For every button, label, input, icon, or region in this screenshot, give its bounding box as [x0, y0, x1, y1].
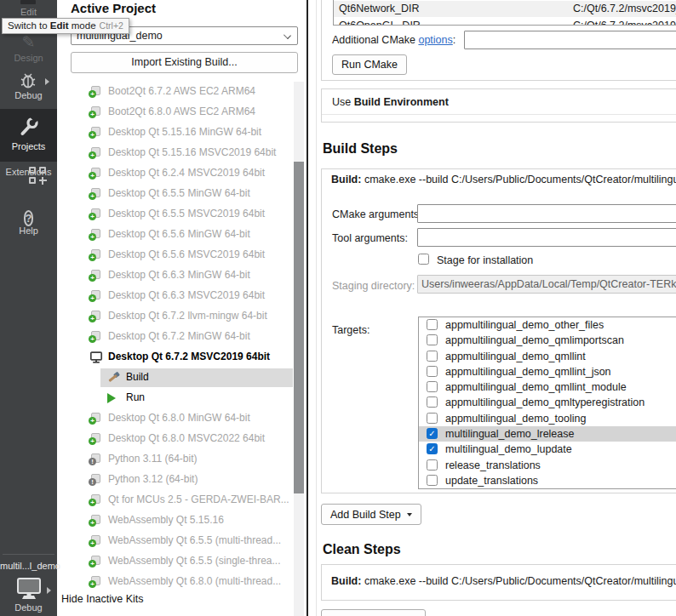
kit-status-badge: [89, 294, 96, 302]
sidebar-item-extensions[interactable]: Extensions: [0, 167, 57, 177]
cmake-arguments-input[interactable]: [417, 204, 676, 223]
kit-item[interactable]: Desktop Qt 6.6.3 MSVC2019 64bit: [57, 286, 295, 306]
kit-item[interactable]: Desktop Qt 6.2.4 MSVC2019 64bit: [57, 163, 295, 184]
kit-icon: [89, 351, 102, 363]
kit-label: WebAssembly Qt 6.8.0 (multi-thread...: [108, 575, 281, 587]
add-clean-step-button[interactable]: Add Clean Step: [321, 609, 426, 616]
kit-item[interactable]: Desktop Qt 6.8.0 MinGW 64-bit: [57, 408, 295, 429]
run-cmake-button[interactable]: Run CMake: [332, 54, 407, 75]
table-row[interactable]: Qt6Network_DIR C:/Qt/6.7.2/msvc2019_64/: [334, 1, 676, 17]
kit-item[interactable]: Desktop Qt 5.15.16 MSVC2019 64bit: [57, 143, 295, 163]
sidebar-item-label: Help: [0, 225, 57, 236]
kit-item[interactable]: WebAssembly Qt 6.5.5 (single-threa...: [57, 551, 295, 572]
target-row[interactable]: appmultilingual_demo_qmltyperegistration: [419, 395, 676, 410]
kit-item[interactable]: Desktop Qt 6.7.2 MSVC2019 64bit: [57, 347, 295, 368]
target-checkbox[interactable]: [427, 413, 438, 424]
kit-item[interactable]: Desktop Qt 6.5.5 MSVC2019 64bit: [57, 204, 295, 225]
kit-label: Desktop Qt 6.8.0 MinGW 64-bit: [108, 412, 250, 424]
target-checkbox[interactable]: [427, 443, 438, 454]
kit-item[interactable]: WebAssembly Qt 5.15.16: [57, 510, 295, 531]
kit-label: Desktop Qt 5.15.16 MinGW 64-bit: [108, 126, 261, 138]
kit-label: WebAssembly Qt 6.5.5 (single-threa...: [108, 555, 281, 567]
monitor-icon: [89, 351, 103, 364]
target-row[interactable]: appmultilingual_demo_qmllint: [419, 349, 676, 364]
kit-item[interactable]: Python 3.12 (64-bit): [57, 470, 295, 490]
hide-inactive-kits-link[interactable]: Hide Inactive Kits: [61, 593, 144, 605]
kit-status-badge: [89, 254, 96, 261]
target-checkbox[interactable]: [427, 396, 438, 408]
target-row[interactable]: appmultilingual_demo_tooling: [419, 411, 676, 426]
kit-item[interactable]: Desktop Qt 6.5.6 MSVC2019 64bit: [57, 245, 295, 265]
kit-item[interactable]: Desktop Qt 6.5.5 MinGW 64-bit: [57, 184, 295, 204]
staging-directory-label: Staging directory:: [332, 280, 415, 292]
tool-arguments-input[interactable]: [417, 228, 676, 247]
import-existing-build-button[interactable]: Import Existing Build...: [71, 52, 298, 73]
kit-label: Boot2Qt 6.8.0 AWS EC2 ARM64: [108, 106, 255, 117]
hammer-icon: [107, 372, 120, 384]
sidebar-item-label: Projects: [0, 141, 57, 151]
scrollbar-thumb[interactable]: [294, 162, 304, 493]
target-checkbox[interactable]: [427, 381, 438, 392]
target-checkbox[interactable]: [427, 351, 438, 362]
sidebar-item-design[interactable]: ✎ Design: [0, 32, 57, 63]
target-checkbox[interactable]: [427, 334, 438, 345]
use-build-environment-box[interactable]: Use Build Environment: [321, 88, 676, 123]
target-checkbox[interactable]: [427, 319, 438, 330]
kit-item[interactable]: Desktop Qt 5.15.16 MinGW 64-bit: [57, 123, 295, 143]
kit-status-badge: [89, 315, 96, 322]
kit-item[interactable]: Desktop Qt 6.7.2 llvm-mingw 64-bit: [57, 306, 295, 327]
variable-value: C:/Qt/6.7.2/msvc2019_64/: [573, 18, 676, 26]
target-row[interactable]: multilingual_demo_lrelease: [419, 426, 676, 442]
kit-item[interactable]: Desktop Qt 6.8.0 MSVC2022 64bit: [57, 429, 295, 449]
kit-item[interactable]: Build: [57, 368, 295, 388]
clean-step-summary: Build: cmake.exe --build C:/Users/Public…: [331, 575, 676, 587]
target-checkbox[interactable]: [427, 366, 438, 377]
sidebar-item-edit[interactable]: Edit: [0, 0, 57, 17]
kit-item[interactable]: Boot2Qt 6.7.2 AWS EC2 ARM64: [57, 82, 295, 102]
target-row[interactable]: appmultilingual_demo_qmllint_json: [419, 364, 676, 379]
sidebar-item-projects[interactable]: Projects: [0, 109, 57, 162]
stage-for-installation-label: Stage for installation: [437, 254, 533, 266]
target-label: multilingual_demo_lupdate: [445, 443, 572, 455]
kit-label: Desktop Qt 6.5.5 MinGW 64-bit: [108, 187, 250, 199]
kit-label: Desktop Qt 6.6.3 MinGW 64-bit: [108, 269, 250, 281]
kit-label: Desktop Qt 6.7.2 MSVC2019 64bit: [108, 351, 270, 362]
page-title: Active Project: [71, 1, 156, 15]
kit-icon: [89, 147, 102, 159]
kit-item[interactable]: Desktop Qt 6.7.2 MinGW 64-bit: [57, 327, 295, 347]
build-step-summary: Build: cmake.exe --build C:/Users/Public…: [331, 174, 676, 185]
kit-selector-button[interactable]: Debug: [0, 577, 57, 613]
kit-item[interactable]: Desktop Qt 6.6.3 MinGW 64-bit: [57, 265, 295, 286]
kit-icon: [89, 229, 102, 241]
target-row[interactable]: multilingual_demo_lupdate: [419, 442, 676, 457]
target-row[interactable]: release_translations: [419, 458, 676, 473]
options-link[interactable]: options: [418, 34, 452, 46]
kit-item[interactable]: Python 3.11 (64-bit): [57, 449, 295, 470]
sidebar-item-debug[interactable]: Debug: [0, 71, 57, 100]
target-row[interactable]: update_translations: [419, 473, 676, 488]
target-row[interactable]: appmultilingual_demo_qmlimportscan: [419, 333, 676, 348]
target-row[interactable]: appmultilingual_demo_qmllint_module: [419, 379, 676, 395]
table-row[interactable]: Qt6OpenGL_DIR C:/Qt/6.7.2/msvc2019_64/: [334, 18, 676, 26]
kit-list-scrollbar[interactable]: [294, 82, 304, 616]
target-checkbox[interactable]: [427, 428, 438, 439]
targets-list[interactable]: appmultilingual_demo_other_files appmult…: [418, 317, 676, 489]
kit-item[interactable]: Run: [57, 388, 295, 408]
kit-item[interactable]: WebAssembly Qt 6.5.5 (multi-thread...: [57, 531, 295, 551]
kit-item[interactable]: Desktop Qt 6.5.6 MinGW 64-bit: [57, 225, 295, 245]
target-checkbox[interactable]: [427, 475, 438, 486]
kit-label: Desktop Qt 6.5.6 MSVC2019 64bit: [108, 248, 265, 260]
divider: [322, 114, 676, 115]
add-build-step-button[interactable]: Add Build Step: [321, 504, 421, 525]
kit-item[interactable]: Qt for MCUs 2.5 - GERDA-ZWEI-BAR...: [57, 490, 295, 510]
sidebar-item-help[interactable]: Help: [0, 211, 57, 236]
kit-icon: [89, 413, 102, 425]
cmake-variables-table[interactable]: Qt6Network_DIR C:/Qt/6.7.2/msvc2019_64/ …: [333, 0, 676, 26]
kit-status-badge: [89, 580, 96, 588]
stage-for-installation-checkbox[interactable]: [418, 254, 429, 265]
target-row[interactable]: appmultilingual_demo_other_files: [419, 317, 676, 333]
target-checkbox[interactable]: [427, 459, 438, 471]
kit-item[interactable]: Boot2Qt 6.8.0 AWS EC2 ARM64: [57, 102, 295, 123]
kit-item[interactable]: WebAssembly Qt 6.8.0 (multi-thread...: [57, 572, 295, 592]
additional-cmake-options-input[interactable]: [464, 31, 676, 49]
